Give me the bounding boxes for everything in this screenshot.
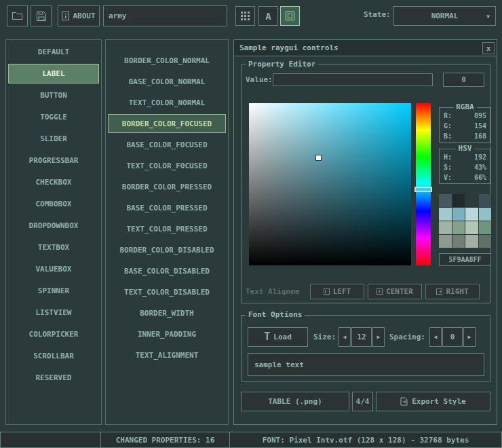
style-property-item[interactable]: BASE_COLOR_NORMAL — [108, 72, 226, 91]
align-right-button[interactable]: RIGHT — [425, 284, 480, 299]
control-type-item[interactable]: COLORPICKER — [8, 324, 99, 344]
color-swatch[interactable] — [452, 208, 465, 221]
color-swatch[interactable] — [479, 221, 492, 234]
sample-controls-window: Sample raygui controls x Property Editor… — [233, 39, 497, 425]
color-swatch[interactable] — [452, 194, 465, 207]
style-property-item[interactable]: BASE_COLOR_PRESSED — [108, 198, 226, 217]
style-name-input[interactable] — [103, 5, 227, 26]
style-property-item[interactable]: BORDER_COLOR_NORMAL — [108, 51, 226, 70]
close-icon: x — [486, 45, 491, 52]
style-property-item[interactable]: BASE_COLOR_FOCUSED — [108, 135, 226, 154]
control-type-item[interactable]: BUTTON — [8, 86, 99, 105]
align-right-icon — [436, 288, 442, 295]
font-info-status: FONT: Pixel Intv.otf (128 x 128) - 32768… — [229, 432, 502, 448]
color-swatch[interactable] — [439, 194, 452, 207]
style-property-item[interactable]: BORDER_WIDTH — [108, 303, 226, 322]
color-swatch[interactable] — [479, 194, 492, 207]
control-type-item[interactable]: SCROLLBAR — [8, 346, 99, 366]
value-label: Value: — [246, 75, 273, 84]
control-type-item[interactable]: DROPDOWNBOX — [8, 216, 99, 236]
hue-selector[interactable] — [414, 187, 432, 192]
align-center-label: CENTER — [386, 287, 413, 296]
style-property-item[interactable]: TEXT_COLOR_DISABLED — [108, 282, 226, 301]
font-load-button[interactable]: T Load — [248, 327, 308, 347]
style-property-item[interactable]: BORDER_COLOR_DISABLED — [108, 240, 226, 259]
color-swatch[interactable] — [452, 221, 465, 234]
rguistyler-window: ABOUT A State: NORMAL ▼ DEFAULTLABELBUTT… — [0, 0, 502, 448]
control-type-item[interactable]: TEXTBOX — [8, 238, 99, 257]
export-style-button[interactable]: Export Style — [376, 392, 490, 411]
sample-text-box[interactable]: sample text — [248, 353, 484, 376]
font-spacing-value[interactable]: 0 — [442, 327, 463, 347]
color-cursor[interactable] — [316, 155, 321, 160]
hex-value-box[interactable]: 5F9AA8FF — [439, 253, 491, 266]
state-dropdown[interactable]: NORMAL ▼ — [393, 6, 496, 26]
font-spacing-increment-button[interactable]: ▶ — [463, 327, 476, 347]
rgba-row-r: R: 095 — [440, 111, 490, 120]
style-property-item[interactable]: TEXT_COLOR_PRESSED — [108, 219, 226, 238]
color-saturation-panel[interactable] — [249, 103, 411, 265]
color-swatch-grid — [439, 194, 491, 248]
color-swatch[interactable] — [479, 235, 492, 248]
color-swatch[interactable] — [465, 235, 478, 248]
style-property-item[interactable]: TEXT_COLOR_FOCUSED — [108, 156, 226, 175]
font-options-group-label: Font Options — [246, 310, 305, 319]
align-center-icon — [376, 288, 383, 295]
hsv-row-s: S: 43% — [440, 163, 490, 172]
style-property-item[interactable]: TEXT_ALIGNMENT — [108, 346, 226, 365]
control-type-item[interactable]: LABEL — [8, 64, 99, 83]
control-type-item[interactable]: COMBOBOX — [8, 194, 99, 214]
control-type-item[interactable]: SLIDER — [8, 129, 99, 149]
font-size-value[interactable]: 12 — [351, 327, 372, 347]
align-left-button[interactable]: LEFT — [310, 284, 364, 299]
color-swatch[interactable] — [439, 221, 452, 234]
style-property-item[interactable]: BORDER_COLOR_FOCUSED — [108, 114, 226, 133]
style-property-item[interactable]: INNER_PADDING — [108, 324, 226, 343]
font-load-label: Load — [273, 333, 292, 341]
text-view-button[interactable]: A — [258, 6, 278, 26]
align-center-button[interactable]: CENTER — [368, 284, 422, 299]
style-property-item[interactable]: TEXT_COLOR_NORMAL — [108, 93, 226, 112]
style-property-item[interactable]: BASE_COLOR_DISABLED — [108, 261, 226, 280]
control-type-item[interactable]: LISTVIEW — [8, 303, 99, 322]
rgba-g-label: G: — [444, 122, 452, 130]
font-size-decrement-button[interactable]: ◀ — [339, 327, 351, 347]
grid-view-button[interactable] — [235, 6, 255, 26]
control-type-item[interactable]: TOGGLE — [8, 107, 99, 127]
text-alignment-label: Text Alignme — [246, 287, 308, 296]
font-size-increment-button[interactable]: ▶ — [372, 327, 385, 347]
window-titlebar[interactable]: Sample raygui controls — [234, 40, 497, 56]
window-close-button[interactable]: x — [482, 42, 495, 54]
color-swatch[interactable] — [465, 221, 478, 234]
save-style-button[interactable] — [31, 5, 52, 26]
hsv-h-label: H: — [444, 153, 452, 162]
color-swatch[interactable] — [452, 235, 465, 248]
font-spacing-decrement-button[interactable]: ◀ — [429, 327, 442, 347]
control-type-item[interactable]: SPINNER — [8, 281, 99, 301]
hsv-s-label: S: — [444, 163, 452, 172]
control-type-item[interactable]: PROGRESSBAR — [8, 151, 99, 170]
about-button[interactable]: ABOUT — [58, 5, 100, 26]
control-type-item[interactable]: CHECKBOX — [8, 172, 99, 192]
color-swatch[interactable] — [439, 235, 452, 248]
color-swatch[interactable] — [439, 208, 452, 221]
control-type-item[interactable]: VALUEBOX — [8, 259, 99, 279]
font-spacing-label: Spacing: — [389, 333, 425, 341]
color-swatch[interactable] — [465, 194, 478, 207]
property-value-input[interactable] — [273, 73, 433, 86]
export-format-button[interactable]: TABLE (.png) — [241, 392, 349, 411]
color-swatch[interactable] — [465, 208, 478, 221]
hue-bar[interactable] — [416, 103, 431, 265]
export-pages-box[interactable]: 4/4 — [352, 392, 373, 411]
property-editor-group-label: Property Editor — [246, 60, 318, 69]
color-swatch[interactable] — [479, 208, 492, 221]
table-view-button[interactable] — [280, 6, 300, 26]
control-type-item[interactable]: RESERVED — [8, 368, 99, 388]
arrow-left-icon: ◀ — [343, 334, 347, 340]
open-style-button[interactable] — [7, 5, 28, 26]
rgba-row-g: G: 154 — [440, 122, 490, 130]
frame-icon — [286, 12, 294, 20]
style-property-item[interactable]: BORDER_COLOR_PRESSED — [108, 177, 226, 196]
control-type-item[interactable]: DEFAULT — [8, 42, 99, 62]
value-count-box[interactable]: 0 — [443, 73, 484, 87]
